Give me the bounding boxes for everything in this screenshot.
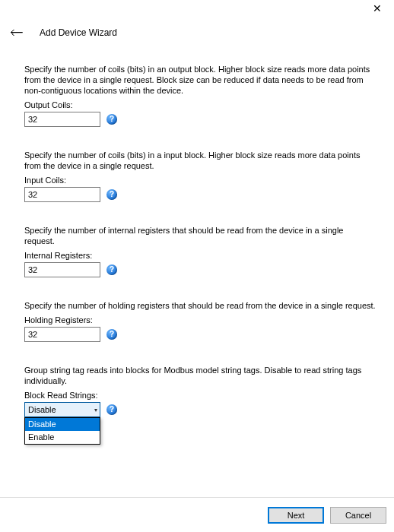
titlebar: ✕ [0,0,394,21]
input-coils-input[interactable] [24,187,100,202]
dropdown-display[interactable]: Disable ▾ [24,402,100,417]
next-button[interactable]: Next [268,507,324,524]
holding-registers-label: Holding Registers: [24,315,376,325]
output-coils-label: Output Coils: [24,100,376,109]
internal-registers-row: ? [24,262,376,277]
output-coils-input[interactable] [24,112,100,127]
block-read-strings-dropdown[interactable]: Disable ▾ Disable Enable [24,402,100,417]
close-icon[interactable]: ✕ [370,3,385,18]
internal-registers-input[interactable] [24,262,100,277]
header: 🡐 Add Device Wizard [0,21,394,44]
page-title: Add Device Wizard [40,27,117,38]
cancel-button[interactable]: Cancel [330,507,386,524]
output-coils-row: ? [24,112,376,127]
block-read-strings-label: Block Read Strings: [24,391,376,400]
help-icon[interactable]: ? [106,329,117,340]
holding-registers-group: Specify the number of holding registers … [24,300,376,342]
internal-registers-label: Internal Registers: [24,251,376,260]
block-read-strings-desc: Group string tag reads into blocks for M… [24,365,376,386]
content-area: Specify the number of coils (bits) in an… [0,44,394,497]
help-icon[interactable]: ? [106,404,117,415]
input-coils-desc: Specify the number of coils (bits) in a … [24,150,376,171]
dropdown-list: Disable Enable [24,417,100,445]
holding-registers-desc: Specify the number of holding registers … [24,300,376,311]
internal-registers-desc: Specify the number of internal registers… [24,225,376,246]
output-coils-group: Specify the number of coils (bits) in an… [24,64,376,127]
output-coils-desc: Specify the number of coils (bits) in an… [24,64,376,96]
back-arrow-icon[interactable]: 🡐 [9,26,24,40]
help-icon[interactable]: ? [106,114,117,125]
holding-registers-input[interactable] [24,327,100,342]
input-coils-label: Input Coils: [24,176,376,185]
block-read-strings-group: Group string tag reads into blocks for M… [24,365,376,417]
footer: Next Cancel [0,497,394,532]
dropdown-option-enable[interactable]: Enable [25,431,100,444]
dropdown-option-disable[interactable]: Disable [25,418,100,431]
input-coils-group: Specify the number of coils (bits) in a … [24,150,376,202]
holding-registers-row: ? [24,327,376,342]
internal-registers-group: Specify the number of internal registers… [24,225,376,277]
dropdown-selected-text: Disable [28,405,56,414]
input-coils-row: ? [24,187,376,202]
help-icon[interactable]: ? [106,264,117,275]
help-icon[interactable]: ? [106,189,117,200]
block-read-strings-row: Disable ▾ Disable Enable ? [24,402,376,417]
wizard-window: ✕ 🡐 Add Device Wizard Specify the number… [0,0,394,532]
chevron-down-icon: ▾ [94,407,97,413]
